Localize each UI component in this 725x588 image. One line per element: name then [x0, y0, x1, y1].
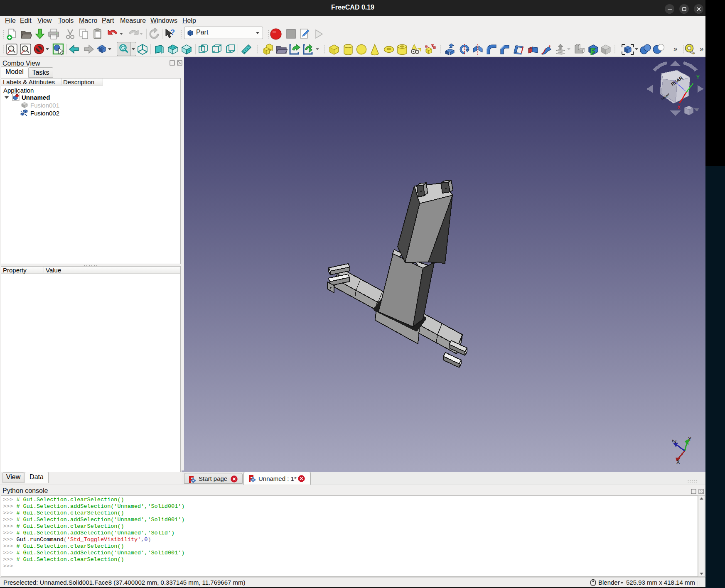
svg-text:Y: Y	[696, 74, 700, 81]
svg-text:Z: Z	[671, 439, 678, 443]
svg-text:Y: Y	[688, 436, 692, 443]
svg-text:X: X	[677, 105, 681, 111]
svg-text:?: ?	[170, 28, 175, 37]
svg-text:X: X	[676, 459, 680, 466]
